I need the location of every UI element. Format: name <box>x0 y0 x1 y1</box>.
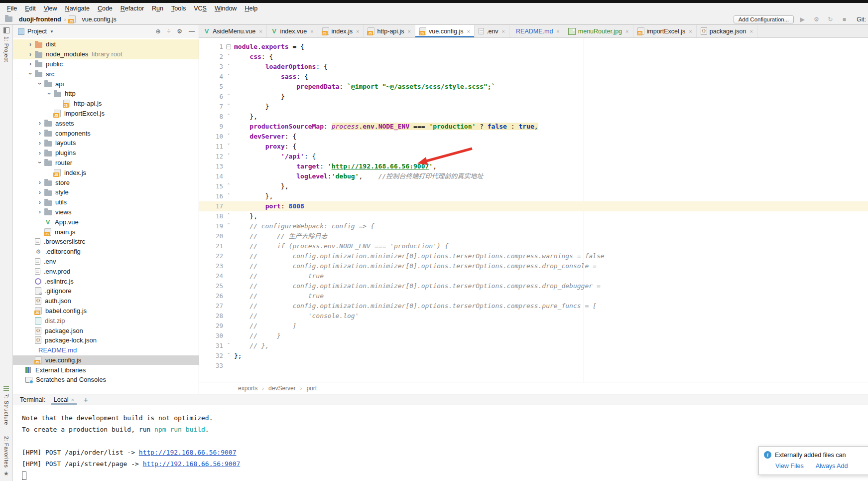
code-line-22[interactable]: 22 // config.optimization.minimizer[0].o… <box>199 251 868 261</box>
chevron-collapsed-icon[interactable]: › <box>35 208 44 215</box>
tree-item[interactable]: package.json <box>13 325 199 335</box>
breadcrumb-item[interactable]: devServer <box>268 385 296 392</box>
code-line-17[interactable]: 17 port: 8008 <box>199 201 868 211</box>
tree-item[interactable]: main.js <box>13 227 199 237</box>
close-icon[interactable]: × <box>556 28 559 34</box>
tool-window-icon[interactable] <box>3 27 9 33</box>
fold-marker-icon[interactable]: ˇ <box>223 221 234 231</box>
panel-settings-gear-icon[interactable]: ⚙ <box>177 28 182 35</box>
fold-marker-icon[interactable]: ˆ <box>223 102 234 112</box>
tree-item[interactable]: dist.zip <box>13 316 199 325</box>
tree-item[interactable]: ›style <box>13 187 199 197</box>
git-branch-label[interactable]: Git: <box>857 16 866 23</box>
structure-icon[interactable] <box>3 386 9 391</box>
chevron-expanded-icon[interactable]: › <box>36 79 43 88</box>
tab-.env[interactable]: .env× <box>475 25 509 37</box>
menu-item-tools[interactable]: Tools <box>167 5 190 12</box>
chevron-expanded-icon[interactable]: › <box>46 89 53 98</box>
tree-item[interactable]: .browserslistrc <box>13 237 199 247</box>
tab-index.js[interactable]: index.js× <box>318 25 364 37</box>
fold-marker-icon[interactable]: ˆ <box>223 191 234 201</box>
fold-marker-icon[interactable]: ˇ <box>223 152 234 161</box>
refresh-icon[interactable]: ↻ <box>825 16 836 23</box>
tool-strip-favorites-button[interactable]: 2: Favorites <box>3 436 9 468</box>
code-line-11[interactable]: 11ˇ proxy: { <box>199 142 868 152</box>
breadcrumb-file[interactable]: vue.config.js <box>82 16 116 23</box>
menu-item-edit[interactable]: Edit <box>21 5 40 12</box>
collapse-all-icon[interactable]: ÷ <box>167 28 171 35</box>
code-line-15[interactable]: 15ˆ }, <box>199 181 868 191</box>
fold-marker-icon[interactable]: – <box>223 44 234 49</box>
chevron-collapsed-icon[interactable]: › <box>35 189 44 196</box>
tree-item[interactable]: ›utils <box>13 197 199 207</box>
project-panel-title[interactable]: Project <box>27 28 47 35</box>
code-line-16[interactable]: 16ˆ }, <box>199 191 868 201</box>
code-line-13[interactable]: 13 target: 'http://192.168.66.56:9007', <box>199 161 868 171</box>
tree-item[interactable]: ›node_moduleslibrary root <box>13 49 199 59</box>
chevron-collapsed-icon[interactable]: › <box>26 41 35 48</box>
code-line-25[interactable]: 25 // config.optimization.minimizer[0].o… <box>199 281 868 291</box>
breadcrumb-item[interactable]: port <box>306 385 317 392</box>
view-files-link[interactable]: View Files <box>775 463 804 470</box>
code-line-26[interactable]: 26 // true <box>199 291 868 301</box>
tab-menuRouter.jpg[interactable]: menuRouter.jpg× <box>564 25 633 37</box>
code-line-14[interactable]: 14 logLevel:'debug', //控制台终端打印代理前的真实地址 <box>199 171 868 181</box>
tree-item[interactable]: ›views <box>13 207 199 217</box>
tab-AsideMenu.vue[interactable]: AsideMenu.vue× <box>199 25 267 37</box>
code-line-8[interactable]: 8ˆ }, <box>199 112 868 122</box>
tab-importExcel.js[interactable]: importExcel.js× <box>633 25 697 37</box>
breadcrumb-project[interactable]: duoji-frontend <box>19 16 61 23</box>
tree-item[interactable]: Scratches and Consoles <box>13 375 199 385</box>
fold-box-icon[interactable]: – <box>226 44 231 49</box>
code-line-19[interactable]: 19ˇ // configureWebpack: config => { <box>199 221 868 231</box>
breadcrumb-item[interactable]: exports <box>238 385 257 392</box>
close-icon[interactable]: × <box>502 28 505 34</box>
tool-strip-project-button[interactable]: 1: Project <box>3 36 9 62</box>
menu-item-navigate[interactable]: Navigate <box>61 5 94 12</box>
code-line-4[interactable]: 4ˇ sass: { <box>199 72 868 82</box>
close-icon[interactable]: × <box>356 28 359 34</box>
terminal-tab-local[interactable]: Local × <box>51 394 77 405</box>
menu-item-refactor[interactable]: Refactor <box>117 5 148 12</box>
tree-item[interactable]: ›http <box>13 89 199 99</box>
fold-marker-icon[interactable]: ˇ <box>223 72 234 82</box>
code-line-31[interactable]: 31ˆ // }, <box>199 341 868 351</box>
fold-marker-icon[interactable]: ˇ <box>223 52 234 62</box>
locate-file-icon[interactable]: ⊕ <box>156 28 161 35</box>
tree-item[interactable]: http-api.js <box>13 99 199 109</box>
tab-README.md[interactable]: README.md× <box>509 25 564 37</box>
fold-marker-icon[interactable]: ˆ <box>223 351 234 361</box>
fold-marker-icon[interactable]: ˆ <box>223 341 234 351</box>
code-line-6[interactable]: 6ˆ } <box>199 92 868 102</box>
code-line-32[interactable]: 32ˆ}; <box>199 351 868 361</box>
menu-item-vcs[interactable]: VCS <box>190 5 211 12</box>
tree-item[interactable]: auth.json <box>13 296 199 306</box>
tab-package.json[interactable]: package.json× <box>697 25 757 37</box>
code-line-23[interactable]: 23 // config.optimization.minimizer[0].o… <box>199 261 868 271</box>
close-icon[interactable]: × <box>749 28 752 34</box>
code-line-9[interactable]: 9 productionSourceMap: process.env.NODE_… <box>199 122 868 132</box>
chevron-collapsed-icon[interactable]: › <box>35 199 44 206</box>
menu-item-help[interactable]: Help <box>241 5 261 12</box>
tab-vue.config.js[interactable]: vue.config.js× <box>415 25 475 37</box>
terminal-label[interactable]: Terminal: <box>20 396 45 403</box>
tree-item[interactable]: .eslintrc.js <box>13 276 199 286</box>
tree-item[interactable]: ›layouts <box>13 138 199 148</box>
chevron-collapsed-icon[interactable]: › <box>35 150 44 157</box>
tree-item[interactable]: ›router <box>13 158 199 168</box>
code-line-3[interactable]: 3ˇ loaderOptions: { <box>199 62 868 72</box>
tree-item[interactable]: External Libraries <box>13 365 199 375</box>
close-icon[interactable]: × <box>467 28 470 34</box>
run-play-icon[interactable]: ▶ <box>797 16 808 23</box>
chevron-collapsed-icon[interactable]: › <box>35 130 44 137</box>
chevron-collapsed-icon[interactable]: › <box>35 179 44 186</box>
code-line-18[interactable]: 18ˆ }, <box>199 211 868 221</box>
code-line-20[interactable]: 20 // // 生产去除日志 <box>199 231 868 241</box>
code-line-7[interactable]: 7ˆ } <box>199 102 868 112</box>
tree-item[interactable]: .gitignore <box>13 286 199 296</box>
code-line-33[interactable]: 33 <box>199 361 868 371</box>
tree-item[interactable]: .env <box>13 257 199 267</box>
close-icon[interactable]: × <box>625 28 628 34</box>
chevron-down-icon[interactable]: ▼ <box>50 29 54 34</box>
tree-item[interactable]: package-lock.json <box>13 335 199 345</box>
